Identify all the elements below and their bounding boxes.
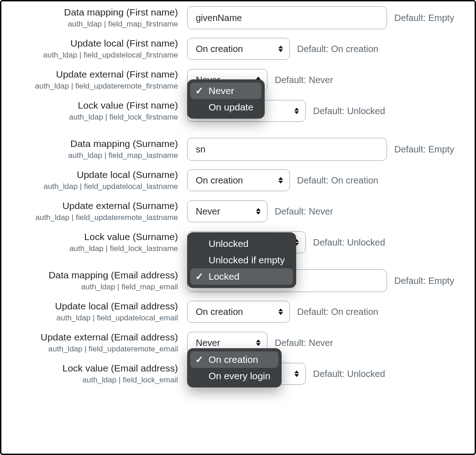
check-icon: ✓ (195, 271, 204, 282)
setting-key: auth_ldap | field_map_email (1, 282, 178, 293)
dropdown-popup-lock_lastname[interactable]: UnlockedUnlocked if empty✓Locked (187, 232, 296, 288)
setting-title: Update local (Surname) (1, 168, 178, 181)
control-column: On creationDefault: On creation (187, 35, 475, 63)
check-icon: ✓ (195, 354, 204, 365)
chevron-up-down-icon (294, 108, 299, 114)
setting-key: auth_ldap | field_lock_lastname (1, 243, 178, 255)
setting-key: auth_ldap | field_updatelocal_firstname (1, 50, 178, 61)
setting-title: Lock value (Surname) (1, 230, 178, 243)
label-column: Data mapping (First name)auth_ldap | fie… (1, 6, 187, 30)
dropdown-popup-updateremote_firstname[interactable]: ✓NeverOn update (187, 79, 265, 119)
label-column: Update local (Email address)auth_ldap | … (1, 300, 187, 324)
dropdown-option-label: Unlocked if empty (209, 255, 285, 266)
dropdown-option-label: On creation (209, 354, 258, 365)
chevron-up-down-icon (256, 208, 261, 214)
label-column: Update external (First name)auth_ldap | … (1, 68, 187, 92)
setting-row: Update local (Email address)auth_ldap | … (1, 296, 475, 327)
dropdown-option-label: Never (209, 85, 234, 96)
default-hint: Default: Never (275, 206, 333, 217)
dropdown-option[interactable]: ✓On creation (190, 351, 278, 368)
default-hint: Default: On creation (297, 44, 378, 54)
setting-row: Update external (Surname)auth_ldap | fie… (1, 196, 475, 227)
setting-title: Update external (First name) (1, 68, 178, 81)
default-hint: Default: On creation (297, 175, 378, 186)
default-hint: Default: Never (275, 338, 333, 348)
setting-row: Data mapping (First name)auth_ldap | fie… (1, 4, 475, 33)
default-hint: Default: Unlocked (313, 106, 385, 116)
label-column: Lock value (Email address)auth_ldap | fi… (1, 362, 187, 386)
dropdown-option-label: On every login (209, 371, 270, 382)
map-lastname-input[interactable] (187, 138, 387, 161)
setting-key: auth_ldap | field_updatelocal_lastname (1, 181, 178, 193)
dropdown-option[interactable]: On update (190, 99, 262, 115)
updatelocal-lastname-select[interactable]: On creation (187, 169, 290, 191)
setting-row: Update local (Surname)auth_ldap | field_… (1, 165, 475, 196)
default-hint: Default: Empty (394, 13, 454, 23)
default-hint: Default: Empty (394, 144, 454, 155)
control-column: On creationDefault: On creation (187, 298, 475, 325)
select-value: On creation (196, 175, 243, 186)
setting-title: Lock value (First name) (1, 99, 178, 112)
setting-key: auth_ldap | field_lock_firstname (1, 112, 178, 123)
chevron-up-down-icon (278, 177, 283, 183)
label-column: Data mapping (Surname)auth_ldap | field_… (1, 137, 187, 162)
chevron-up-down-icon (256, 340, 261, 346)
label-column: Update local (First name)auth_ldap | fie… (1, 37, 187, 61)
select-value: On creation (196, 307, 243, 317)
dropdown-option[interactable]: On every login (190, 368, 278, 384)
map-firstname-input[interactable] (187, 6, 387, 29)
setting-key: auth_ldap | field_map_firstname (1, 19, 178, 30)
label-column: Update external (Surname)auth_ldap | fie… (1, 199, 187, 224)
updatelocal-firstname-select[interactable]: On creation (187, 38, 290, 60)
control-column: NeverDefault: Never (187, 198, 475, 225)
label-column: Lock value (Surname)auth_ldap | field_lo… (1, 230, 187, 255)
label-column: Update external (Email address)auth_ldap… (1, 331, 187, 355)
settings-panel: Data mapping (First name)auth_ldap | fie… (0, 0, 476, 455)
setting-key: auth_ldap | field_lock_email (1, 375, 178, 386)
default-hint: Default: Empty (394, 276, 454, 286)
setting-title: Data mapping (Surname) (1, 137, 178, 150)
chevron-up-down-icon (294, 371, 299, 377)
setting-title: Update external (Surname) (1, 199, 178, 212)
setting-title: Update local (First name) (1, 37, 178, 50)
setting-key: auth_ldap | field_updateremote_lastname (1, 212, 178, 224)
control-column: Default: Empty (187, 136, 475, 163)
control-column: Default: Empty (187, 4, 475, 31)
select-value: On creation (196, 44, 243, 54)
dropdown-option[interactable]: ✓Never (190, 83, 262, 99)
setting-key: auth_ldap | field_updatelocal_email (1, 313, 178, 324)
check-icon: ✓ (195, 85, 204, 96)
dropdown-option[interactable]: Unlocked (190, 235, 293, 252)
setting-key: auth_ldap | field_map_lastname (1, 150, 178, 162)
setting-key: auth_ldap | field_updateremote_email (1, 344, 178, 355)
select-value: Never (196, 338, 220, 348)
dropdown-option-label: Unlocked (209, 238, 249, 249)
dropdown-option[interactable]: Unlocked if empty (190, 252, 293, 268)
default-hint: Default: Never (275, 75, 333, 85)
chevron-up-down-icon (278, 46, 283, 52)
setting-row: Update local (First name)auth_ldap | fie… (1, 33, 475, 64)
label-column: Update local (Surname)auth_ldap | field_… (1, 168, 187, 193)
dropdown-option-label: On update (209, 102, 253, 113)
setting-title: Update external (Email address) (1, 331, 178, 344)
setting-title: Data mapping (Email address) (1, 269, 178, 282)
default-hint: Default: Unlocked (313, 237, 385, 248)
label-column: Data mapping (Email address)auth_ldap | … (1, 269, 187, 293)
chevron-up-down-icon (278, 309, 283, 315)
default-hint: Default: On creation (297, 307, 378, 317)
setting-title: Update local (Email address) (1, 300, 178, 313)
setting-title: Lock value (Email address) (1, 362, 178, 375)
dropdown-popup-updatelocal_email[interactable]: ✓On creationOn every login (187, 348, 282, 387)
select-value: Never (196, 206, 220, 217)
updatelocal-email-select[interactable]: On creation (187, 301, 290, 323)
control-column: On creationDefault: On creation (187, 167, 475, 194)
setting-title: Data mapping (First name) (1, 6, 178, 19)
dropdown-option[interactable]: ✓Locked (190, 268, 293, 285)
updateremote-lastname-select[interactable]: Never (187, 200, 267, 222)
setting-key: auth_ldap | field_updateremote_firstname (1, 81, 178, 92)
default-hint: Default: Unlocked (313, 369, 385, 379)
setting-row: Data mapping (Surname)auth_ldap | field_… (1, 136, 475, 165)
label-column: Lock value (First name)auth_ldap | field… (1, 99, 187, 123)
dropdown-option-label: Locked (209, 271, 240, 282)
